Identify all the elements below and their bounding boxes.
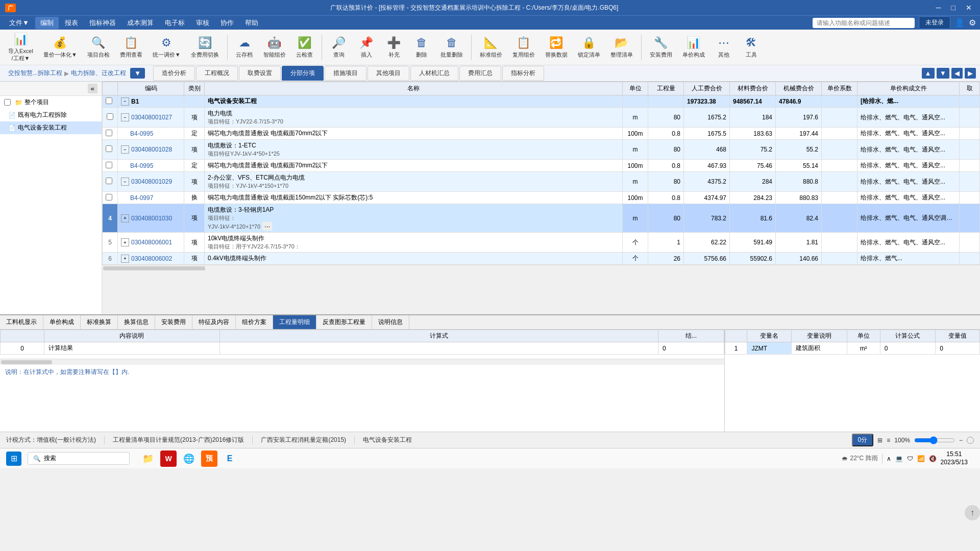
row1-checkbox[interactable] <box>107 113 113 120</box>
others-btn[interactable]: ⋯ 其他 <box>711 32 737 63</box>
tools-btn[interactable]: 🛠 工具 <box>739 32 764 63</box>
bottom-tab-features[interactable]: 特征及内容 <box>192 315 236 329</box>
menu-report[interactable]: 报表 <box>60 17 83 29</box>
project-check-btn[interactable]: 🔍 项目自检 <box>83 32 114 63</box>
scroll-thumb[interactable] <box>103 266 205 270</box>
nav-up-btn[interactable]: ▲ <box>922 68 935 79</box>
bottom-tab-desc[interactable]: 说明信息 <box>372 315 409 329</box>
fee-view-btn[interactable]: 📋 费用查看 <box>116 32 146 63</box>
delete-btn[interactable]: 🗑 删除 <box>409 32 434 63</box>
start-button[interactable]: ⊞ <box>6 452 21 466</box>
row3c-checkbox[interactable] <box>106 194 112 201</box>
row3-check[interactable] <box>103 172 118 192</box>
tab-fee-settings[interactable]: 取费设置 <box>239 66 281 81</box>
bottom-tab-qty-detail[interactable]: 工程量明细 <box>273 315 316 329</box>
col-qty[interactable]: 工程量 <box>648 82 684 95</box>
tab-labor-summary[interactable]: 人材机汇总 <box>410 66 458 81</box>
bl-formula[interactable] <box>219 342 658 355</box>
sidebar-item-electrical-install[interactable]: 📄 电气设备安装工程 <box>0 121 102 134</box>
taskbar-app-glda[interactable]: 预 <box>201 450 217 467</box>
row1-check[interactable] <box>103 108 118 128</box>
row2c-checkbox[interactable] <box>106 162 112 168</box>
col-mechanical[interactable]: 机械费合价 <box>776 82 822 95</box>
sidebar-collapse-btn[interactable]: « <box>88 84 97 93</box>
bottom-tab-group-plan[interactable]: 组价方案 <box>236 315 273 329</box>
sidebar-item-whole-project[interactable]: 📁 整个项目 <box>0 96 102 109</box>
breadcrumb-current[interactable]: 电力拆除、迁改工程 <box>71 69 126 78</box>
tab-other-projects[interactable]: 其他项目 <box>368 66 409 81</box>
menu-cooperate[interactable]: 协作 <box>215 17 239 29</box>
breadcrumb-root[interactable]: 交投智慧...拆除工程 <box>8 69 62 78</box>
row1-collapse-btn[interactable]: − <box>121 113 129 121</box>
tab-measures[interactable]: 措施项目 <box>325 66 366 81</box>
col-labor[interactable]: 人工费合价 <box>684 82 730 95</box>
row6-check[interactable]: 6 <box>103 253 118 265</box>
col-unit-doc[interactable]: 单价构成文件 <box>857 82 960 95</box>
tab-sections[interactable]: 分部分项 <box>282 66 324 81</box>
nav-right-btn[interactable]: ▶ <box>965 68 976 79</box>
menu-audit[interactable]: 审核 <box>191 17 214 29</box>
row4-more-btn[interactable]: ··· <box>262 222 272 231</box>
taskbar-time[interactable]: 15:51 2023/5/13 <box>941 450 968 466</box>
project-checkbox[interactable] <box>4 99 11 106</box>
settings-icon[interactable]: ⚙ <box>969 18 976 28</box>
sidebar-item-demolish-power[interactable]: 📄 既有电力工程拆除 <box>0 109 102 121</box>
bottom-tab-reverse-check[interactable]: 反查图形工程量 <box>316 315 372 329</box>
bottom-left-scrollbar[interactable] <box>0 359 724 365</box>
bottom-tab-labor[interactable]: 工料机显示 <box>0 315 43 329</box>
unit-composition-btn[interactable]: 📊 单价构成 <box>678 32 709 63</box>
row2c-check[interactable] <box>103 160 118 172</box>
nav-down-btn[interactable]: ▼ <box>937 68 949 79</box>
row4-expand-btn[interactable]: + <box>121 214 129 222</box>
br-varname[interactable]: JZMT <box>747 342 792 355</box>
tab-fee-summary[interactable]: 费用汇总 <box>459 66 501 81</box>
view-icon-grid[interactable]: ⊞ <box>877 437 883 444</box>
install-fee-btn[interactable]: 🔧 安装费用 <box>646 32 676 63</box>
formula-input[interactable] <box>224 345 654 352</box>
breadcrumb-collapse-btn[interactable]: ▼ <box>130 68 145 79</box>
minimize-btn[interactable]: ─ <box>933 4 944 12</box>
taskbar-app-wps[interactable]: W <box>160 450 177 467</box>
row3-collapse-btn[interactable]: − <box>121 178 129 186</box>
import-excel-btn[interactable]: 📊 导入Excel/工程▼ <box>4 32 37 63</box>
menu-help[interactable]: 帮助 <box>240 17 263 29</box>
copy-group-btn[interactable]: 📋 复用组价 <box>508 32 539 63</box>
zoom-out-btn[interactable]: − <box>959 437 963 444</box>
section-check[interactable] <box>106 97 112 104</box>
tray-show-icon[interactable]: ∧ <box>887 455 891 462</box>
taskbar-app-filemanager[interactable]: 📁 <box>140 450 156 467</box>
bottom-scroll-thumb[interactable] <box>1 360 52 364</box>
row2-collapse-btn[interactable]: − <box>121 145 129 154</box>
col-code[interactable]: 编码 <box>118 82 184 95</box>
col-type[interactable]: 类别 <box>184 82 205 95</box>
row5-expand-btn[interactable]: + <box>121 238 129 246</box>
tray-network-icon[interactable]: 📶 <box>917 455 925 462</box>
zoom-circle[interactable] <box>967 437 974 444</box>
col-unit[interactable]: 单位 <box>623 82 648 95</box>
tab-cost-analysis[interactable]: 造价分析 <box>153 66 195 81</box>
bottom-tab-install-fee[interactable]: 安装费用 <box>155 315 192 329</box>
menu-cost[interactable]: 成本测算 <box>122 17 159 29</box>
col-unit-coeff[interactable]: 单价系数 <box>822 82 857 95</box>
table-scrollbar-h[interactable] <box>102 265 980 271</box>
maximize-btn[interactable]: □ <box>948 4 959 12</box>
zoom-slider[interactable] <box>914 436 955 444</box>
section-checkbox[interactable] <box>103 95 118 108</box>
replace-data-btn[interactable]: 🔁 替换数据 <box>541 32 572 63</box>
taskbar-app-edge[interactable]: E <box>222 450 238 467</box>
menu-electronic[interactable]: 电子标 <box>160 17 190 29</box>
menu-edit[interactable]: 编制 <box>35 17 59 29</box>
row3c-check[interactable] <box>103 192 118 204</box>
progress-btn[interactable]: 0分 <box>852 434 874 446</box>
search-input[interactable] <box>813 18 915 28</box>
lock-list-btn[interactable]: 🔒 锁定清单 <box>574 32 604 63</box>
row5-check[interactable]: 5 <box>103 233 118 253</box>
table-container[interactable]: 编码 类别 名称 单位 工程量 人工费合价 材料费合价 机械费合价 单价系数 单… <box>102 82 980 314</box>
row3-checkbox[interactable] <box>106 178 112 184</box>
row1c-checkbox[interactable] <box>106 130 112 136</box>
tray-volume-icon[interactable]: 🔇 <box>929 455 937 462</box>
insert-btn[interactable]: 📌 插入 <box>354 32 379 63</box>
tab-indicator-analysis[interactable]: 指标分析 <box>502 66 544 81</box>
organize-list-btn[interactable]: 📂 整理清单 <box>606 32 637 63</box>
unit-price-btn[interactable]: 💰 量价一体化▼ <box>39 32 81 63</box>
